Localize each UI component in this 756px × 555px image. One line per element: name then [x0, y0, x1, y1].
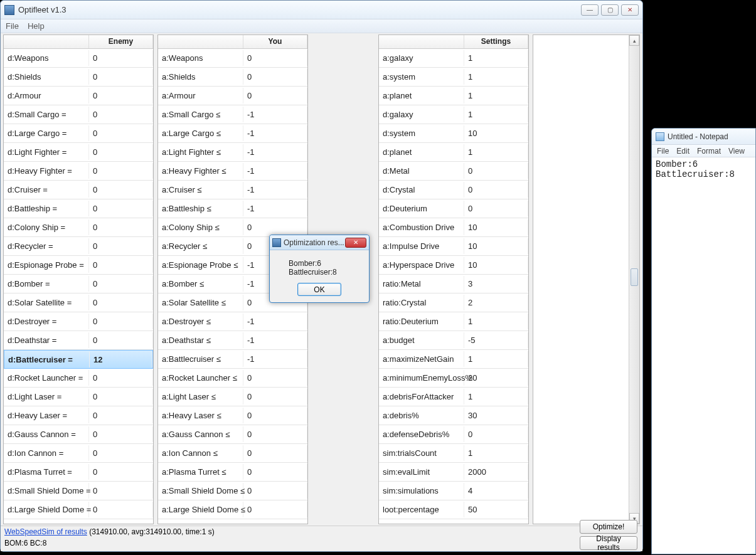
you-value[interactable]: 0 [243, 50, 307, 66]
you-value[interactable]: 0 [243, 88, 307, 103]
enemy-label[interactable]: d:Espionage Probe = [4, 257, 89, 273]
you-label[interactable]: a:Destroyer ≤ [158, 314, 243, 329]
you-row[interactable]: a:Large Cargo ≤-1 [158, 124, 307, 143]
you-value[interactable]: 0 [243, 370, 307, 386]
notepad-menu-format[interactable]: Format [697, 147, 721, 156]
enemy-row[interactable]: d:Destroyer =0 [4, 312, 153, 331]
enemy-row[interactable]: d:Battleship =0 [4, 199, 153, 218]
settings-value[interactable]: 2 [464, 295, 528, 310]
you-label[interactable]: a:Rocket Launcher ≤ [158, 370, 243, 386]
close-button[interactable]: ✕ [621, 4, 639, 16]
enemy-label[interactable]: d:Battlecruiser = [4, 352, 90, 367]
settings-value[interactable]: 1 [464, 69, 528, 85]
settings-value[interactable]: 4 [464, 483, 528, 499]
settings-row[interactable]: d:Crystal0 [379, 181, 528, 199]
enemy-row[interactable]: d:Solar Satellite =0 [4, 293, 153, 312]
enemy-value[interactable]: 0 [89, 370, 153, 386]
enemy-label[interactable]: d:Battleship = [4, 201, 89, 216]
settings-row[interactable]: sim:simulations4 [379, 482, 528, 500]
settings-header[interactable]: Settings [464, 35, 528, 48]
enemy-value[interactable]: 0 [89, 445, 153, 461]
settings-row[interactable]: a:planet1 [379, 87, 528, 105]
optimize-button[interactable]: Optimize! [580, 520, 637, 534]
settings-label[interactable]: a:budget [379, 332, 464, 348]
settings-row[interactable]: a:maximizeNetGain1 [379, 350, 528, 369]
enemy-value[interactable]: 0 [89, 125, 153, 141]
you-value[interactable]: -1 [243, 163, 307, 179]
settings-label[interactable]: a:Combustion Drive [379, 219, 464, 235]
settings-value[interactable]: 10 [464, 219, 528, 235]
enemy-label[interactable]: d:Large Cargo = [4, 125, 89, 141]
dialog-ok-button[interactable]: OK [297, 283, 341, 296]
you-row[interactable]: a:Battlecruiser ≤-1 [158, 350, 307, 369]
settings-label[interactable]: ratio:Deuterium [379, 314, 464, 329]
enemy-row[interactable]: d:Recycler =0 [4, 237, 153, 256]
enemy-value[interactable]: 0 [89, 257, 153, 273]
enemy-label[interactable]: d:Ion Cannon = [4, 445, 89, 461]
settings-row[interactable]: a:debris%30 [379, 406, 528, 425]
settings-label[interactable]: sim:evalLimit [379, 464, 464, 480]
you-value[interactable]: 0 [243, 502, 307, 517]
settings-value[interactable]: 50 [464, 502, 528, 517]
enemy-value[interactable]: 0 [89, 163, 153, 179]
settings-row[interactable]: a:galaxy1 [379, 49, 528, 68]
you-row[interactable]: a:Gauss Cannon ≤0 [158, 425, 307, 444]
enemy-value[interactable]: 0 [89, 69, 153, 85]
you-value[interactable]: -1 [243, 144, 307, 160]
enemy-row[interactable]: d:Shields0 [4, 68, 153, 87]
enemy-label[interactable]: d:Large Shield Dome = [4, 502, 89, 517]
you-value[interactable]: 0 [243, 464, 307, 480]
enemy-label[interactable]: d:Plasma Turret = [4, 464, 89, 480]
enemy-value[interactable]: 0 [89, 295, 153, 310]
you-row[interactable]: a:Plasma Turret ≤0 [158, 463, 307, 482]
settings-value[interactable]: 1 [464, 314, 528, 329]
settings-row[interactable]: a:minimumEnemyLoss%20 [379, 369, 528, 388]
you-label[interactable]: a:Small Shield Dome ≤ [158, 483, 243, 499]
you-row[interactable]: a:Heavy Fighter ≤-1 [158, 162, 307, 181]
settings-label[interactable]: a:system [379, 69, 464, 85]
you-label[interactable]: a:Battleship ≤ [158, 201, 243, 216]
you-label[interactable]: a:Weapons [158, 50, 243, 66]
enemy-value[interactable]: 0 [89, 408, 153, 423]
you-label[interactable]: a:Large Shield Dome ≤ [158, 502, 243, 517]
settings-value[interactable]: 1 [464, 389, 528, 404]
enemy-row[interactable]: d:Plasma Turret =0 [4, 463, 153, 482]
you-value[interactable]: 0 [243, 389, 307, 404]
you-header[interactable]: You [243, 35, 307, 48]
notepad-titlebar[interactable]: Untitled - Notepad [652, 129, 755, 145]
you-label[interactable]: a:Cruiser ≤ [158, 182, 243, 198]
dialog-close-button[interactable]: ✕ [345, 238, 366, 248]
you-row[interactable]: a:Light Laser ≤0 [158, 388, 307, 406]
you-row[interactable]: a:Small Shield Dome ≤0 [158, 482, 307, 500]
you-label[interactable]: a:Small Cargo ≤ [158, 107, 243, 122]
enemy-row[interactable]: d:Small Cargo =0 [4, 105, 153, 124]
enemy-value[interactable]: 0 [89, 107, 153, 122]
results-link[interactable]: WebSpeedSim of results [4, 527, 87, 536]
enemy-value[interactable]: 0 [89, 219, 153, 235]
settings-value[interactable]: 10 [464, 125, 528, 141]
you-row[interactable]: a:Cruiser ≤-1 [158, 181, 307, 199]
you-label[interactable]: a:Deathstar ≤ [158, 332, 243, 348]
scroll-thumb[interactable] [631, 268, 638, 286]
settings-value[interactable]: 1 [464, 144, 528, 160]
enemy-label[interactable]: d:Light Fighter = [4, 144, 89, 160]
enemy-label[interactable]: d:Heavy Fighter = [4, 163, 89, 179]
you-row[interactable]: a:Heavy Laser ≤0 [158, 406, 307, 425]
settings-value[interactable]: 1 [464, 50, 528, 66]
enemy-value[interactable]: 0 [89, 182, 153, 198]
settings-label[interactable]: a:defenseDebris% [379, 426, 464, 442]
settings-value[interactable]: -5 [464, 332, 528, 348]
settings-label[interactable]: a:galaxy [379, 50, 464, 66]
notepad-textarea[interactable]: Bomber:6 Battlecruiser:8 [652, 157, 755, 554]
scroll-up-button[interactable]: ▴ [629, 35, 639, 46]
you-value[interactable]: 0 [243, 445, 307, 461]
settings-value[interactable]: 1 [464, 351, 528, 367]
enemy-row[interactable]: d:Bomber =0 [4, 275, 153, 293]
settings-row[interactable]: loot:percentage50 [379, 500, 528, 519]
vertical-scrollbar[interactable]: ▴ ▾ [629, 35, 639, 524]
enemy-row[interactable]: d:Armour0 [4, 87, 153, 105]
settings-label[interactable]: ratio:Metal [379, 276, 464, 292]
enemy-value[interactable]: 0 [89, 426, 153, 442]
enemy-value[interactable]: 0 [89, 50, 153, 66]
settings-row[interactable]: d:planet1 [379, 143, 528, 162]
